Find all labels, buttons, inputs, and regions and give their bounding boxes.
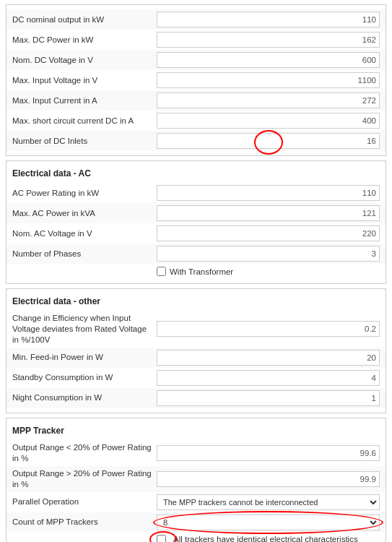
field-row-num-dc-inlets: Number of DC Inlets: [6, 131, 386, 151]
identical-characteristics-row: All trackers have identical electrical c…: [6, 533, 386, 542]
input-wrapper-night-consumption: [157, 390, 380, 406]
label-count-mpp: Count of MPP Trackers: [12, 517, 157, 528]
label-output-gt20: Output Range > 20% of Power Rating in %: [12, 468, 157, 490]
field-row-ac-power-rating: AC Power Rating in kW: [6, 183, 386, 203]
label-parallel-operation: Parallel Operation: [12, 496, 157, 507]
input-wrapper-num-phases: [157, 246, 380, 262]
identical-characteristics-label: All trackers have identical electrical c…: [173, 535, 358, 542]
input-wrapper-max-short-circuit: [157, 113, 380, 129]
input-max-input-voltage[interactable]: [157, 72, 380, 88]
field-row-parallel-operation: Parallel Operation The MPP trackers cann…: [6, 492, 386, 512]
input-dc-nominal[interactable]: [157, 12, 380, 27]
label-max-dc-power: Max. DC Power in kW: [12, 35, 157, 46]
select-parallel-operation[interactable]: The MPP trackers cannot be interconnecte…: [157, 494, 380, 510]
identical-characteristics-checkbox[interactable]: [157, 535, 166, 542]
identical-characteristics-circle: [157, 535, 170, 542]
field-row-standby-consumption: Standby Consumption in W: [6, 368, 386, 388]
input-max-input-current[interactable]: [157, 93, 380, 108]
label-dc-nominal: DC nominal output in kW: [12, 14, 157, 25]
label-standby-consumption: Standby Consumption in W: [12, 372, 157, 383]
field-row-dc-nominal: DC nominal output in kW: [6, 9, 386, 30]
field-row-nom-dc-voltage: Nom. DC Voltage in V: [6, 50, 386, 70]
select-wrapper-count-mpp: 8 1 2 3 4 5 6 7: [157, 515, 380, 530]
field-row-nom-ac-voltage: Nom. AC Voltage in V: [6, 223, 386, 244]
field-row-max-short-circuit: Max. short circuit current DC in A: [6, 111, 386, 131]
field-row-night-consumption: Night Consumption in W: [6, 388, 386, 408]
input-nom-ac-voltage[interactable]: [157, 225, 380, 241]
input-output-lt20[interactable]: [157, 445, 380, 461]
input-wrapper-nom-dc-voltage: [157, 52, 380, 68]
label-change-efficiency: Change in Efficiency when Input Voltage …: [12, 313, 157, 345]
field-row-output-lt20: Output Range < 20% of Power Rating in %: [6, 440, 386, 466]
input-min-feedin[interactable]: [157, 350, 380, 366]
ac-section: Electrical data - AC AC Power Rating in …: [6, 160, 386, 284]
input-max-dc-power[interactable]: [157, 32, 380, 48]
label-max-input-current: Max. Input Current in A: [12, 95, 157, 106]
select-count-mpp[interactable]: 8 1 2 3 4 5 6 7: [157, 515, 380, 530]
input-wrapper-output-gt20: [157, 471, 380, 487]
input-night-consumption[interactable]: [157, 390, 380, 406]
input-wrapper-ac-power-rating: [157, 185, 380, 201]
label-night-consumption: Night Consumption in W: [12, 392, 157, 403]
input-nom-dc-voltage[interactable]: [157, 52, 380, 68]
field-row-max-input-voltage: Max. Input Voltage in V: [6, 70, 386, 90]
other-section-title: Electrical data - other: [6, 293, 386, 311]
input-wrapper-max-ac-power: [157, 205, 380, 221]
input-wrapper-max-dc-power: [157, 32, 380, 48]
ac-section-title: Electrical data - AC: [6, 165, 386, 183]
with-transformer-checkbox[interactable]: [157, 267, 166, 276]
field-row-max-dc-power: Max. DC Power in kW: [6, 30, 386, 50]
input-num-phases[interactable]: [157, 246, 380, 262]
field-row-max-ac-power: Max. AC Power in kVA: [6, 203, 386, 223]
label-num-phases: Number of Phases: [12, 249, 157, 259]
label-output-lt20: Output Range < 20% of Power Rating in %: [12, 442, 157, 464]
dc-section: DC nominal output in kW Max. DC Power in…: [6, 4, 386, 156]
label-num-dc-inlets: Number of DC Inlets: [12, 136, 157, 147]
input-wrapper-max-input-voltage: [157, 72, 380, 88]
field-row-output-gt20: Output Range > 20% of Power Rating in %: [6, 466, 386, 492]
input-change-efficiency[interactable]: [157, 321, 380, 337]
label-max-ac-power: Max. AC Power in kVA: [12, 208, 157, 219]
input-output-gt20[interactable]: [157, 471, 380, 487]
input-wrapper-nom-ac-voltage: [157, 225, 380, 241]
label-max-short-circuit: Max. short circuit current DC in A: [12, 116, 157, 126]
input-wrapper-max-input-current: [157, 93, 380, 108]
input-max-ac-power[interactable]: [157, 205, 380, 221]
input-wrapper-standby-consumption: [157, 370, 380, 386]
field-row-count-mpp: Count of MPP Trackers 8 1 2 3 4 5 6 7: [6, 512, 386, 533]
input-wrapper-change-efficiency: [157, 321, 380, 337]
field-row-max-input-current: Max. Input Current in A: [6, 90, 386, 111]
input-wrapper-output-lt20: [157, 445, 380, 461]
with-transformer-label: With Transformer: [170, 267, 233, 276]
input-max-short-circuit[interactable]: [157, 113, 380, 129]
input-wrapper-num-dc-inlets: [157, 133, 380, 149]
input-num-dc-inlets[interactable]: [157, 133, 380, 149]
field-row-min-feedin: Min. Feed-in Power in W: [6, 348, 386, 368]
label-min-feedin: Min. Feed-in Power in W: [12, 352, 157, 363]
field-row-num-phases: Number of Phases: [6, 244, 386, 264]
label-max-input-voltage: Max. Input Voltage in V: [12, 75, 157, 86]
input-standby-consumption[interactable]: [157, 370, 380, 386]
label-nom-dc-voltage: Nom. DC Voltage in V: [12, 55, 157, 66]
mpp-section: MPP Tracker Output Range < 20% of Power …: [6, 418, 386, 542]
label-ac-power-rating: AC Power Rating in kW: [12, 188, 157, 199]
input-ac-power-rating[interactable]: [157, 185, 380, 201]
label-nom-ac-voltage: Nom. AC Voltage in V: [12, 228, 157, 239]
field-row-change-efficiency: Change in Efficiency when Input Voltage …: [6, 311, 386, 348]
input-wrapper-dc-nominal: [157, 12, 380, 27]
input-wrapper-min-feedin: [157, 350, 380, 366]
other-section: Electrical data - other Change in Effici…: [6, 288, 386, 413]
mpp-section-title: MPP Tracker: [6, 423, 386, 440]
select-wrapper-parallel-operation: The MPP trackers cannot be interconnecte…: [157, 494, 380, 510]
with-transformer-row: With Transformer: [6, 264, 386, 279]
